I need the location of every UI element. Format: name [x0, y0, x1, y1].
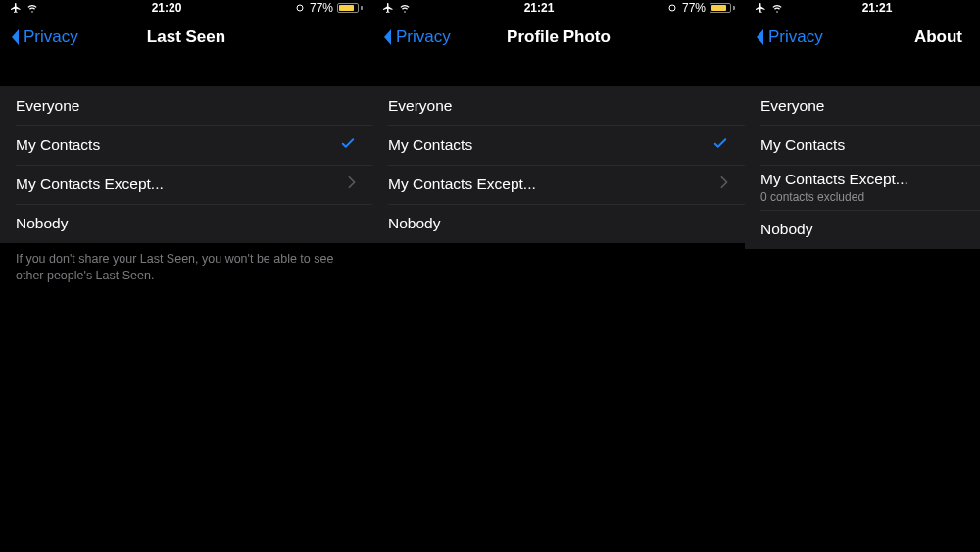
option-label: Nobody [388, 215, 729, 232]
page-title: Last Seen [147, 27, 225, 47]
option-everyone[interactable]: Everyone [745, 86, 980, 125]
option-everyone[interactable]: Everyone [372, 86, 745, 125]
option-subtitle: 0 contacts excluded [760, 190, 964, 204]
page-title: About [914, 27, 972, 47]
option-nobody[interactable]: Nobody [372, 204, 745, 243]
options-list: Everyone My Contacts My Contacts Except.… [745, 86, 980, 249]
pane-last-seen: WABETAINFO 21:20 77% Privacy Last [0, 0, 372, 552]
footer-note: If you don't share your Last Seen, you w… [0, 243, 353, 284]
chevron-left-icon [8, 27, 22, 47]
battery-pct: 77% [310, 1, 333, 15]
option-my-contacts[interactable]: My Contacts [372, 125, 745, 165]
checkmark-icon [339, 134, 357, 156]
nav-bar: Privacy Profile Photo [372, 16, 745, 59]
back-button[interactable]: Privacy [8, 27, 78, 47]
option-label: My Contacts Except... [388, 176, 719, 193]
option-nobody[interactable]: Nobody [0, 204, 372, 243]
status-bar: 21:21 77% [372, 0, 745, 16]
airplane-icon [382, 2, 394, 14]
back-button[interactable]: Privacy [753, 27, 823, 47]
status-bar: 21:20 77% [0, 0, 372, 16]
orientation-lock-icon [666, 2, 678, 14]
checkmark-icon [711, 134, 729, 156]
option-label: My Contacts [388, 136, 711, 154]
option-label: My Contacts Except... [760, 171, 964, 188]
option-my-contacts[interactable]: My Contacts [745, 125, 980, 165]
page-title: Profile Photo [507, 27, 611, 47]
chevron-right-icon [347, 176, 357, 193]
svg-point-1 [669, 5, 675, 11]
chevron-right-icon [719, 176, 729, 193]
back-label: Privacy [396, 27, 451, 47]
option-label: My Contacts [760, 136, 964, 154]
option-label: Nobody [16, 215, 357, 232]
back-label: Privacy [768, 27, 823, 47]
status-left [755, 2, 784, 14]
status-left [10, 2, 39, 14]
orientation-lock-icon [294, 2, 306, 14]
option-my-contacts-except[interactable]: My Contacts Except... [0, 165, 372, 204]
options-list: Everyone My Contacts My Contacts Except.… [0, 86, 372, 243]
status-right: 77% [666, 1, 735, 15]
options-list: Everyone My Contacts My Contacts Except.… [372, 86, 745, 243]
airplane-icon [755, 2, 766, 14]
status-time: 21:20 [152, 1, 182, 15]
status-time: 21:21 [862, 1, 893, 15]
pane-about: 21:21 Privacy About Everyone My Contacts… [745, 0, 980, 552]
option-label: Everyone [16, 97, 357, 115]
nav-bar: Privacy Last Seen [0, 16, 372, 59]
option-label: Everyone [388, 97, 729, 115]
back-label: Privacy [24, 27, 78, 47]
chevron-left-icon [753, 27, 766, 47]
battery-pct: 77% [682, 1, 706, 15]
wifi-icon [25, 2, 39, 14]
option-my-contacts[interactable]: My Contacts [0, 125, 372, 165]
pane-profile-photo: WABETAINFO 21:21 77% Privacy Prof [372, 0, 745, 552]
option-my-contacts-except[interactable]: My Contacts Except... 0 contacts exclude… [745, 165, 980, 210]
wifi-icon [770, 2, 784, 14]
airplane-icon [10, 2, 22, 14]
status-right: 77% [294, 1, 363, 15]
status-left [382, 2, 412, 14]
battery-icon [337, 3, 363, 13]
back-button[interactable]: Privacy [380, 27, 451, 47]
option-label: Everyone [760, 97, 964, 115]
status-bar: 21:21 [745, 0, 980, 16]
wifi-icon [398, 2, 412, 14]
nav-bar: Privacy About [745, 16, 980, 59]
chevron-left-icon [380, 27, 394, 47]
option-label: Nobody [760, 221, 964, 238]
status-time: 21:21 [524, 1, 555, 15]
option-label: My Contacts [16, 136, 339, 154]
option-nobody[interactable]: Nobody [745, 210, 980, 249]
battery-icon [710, 3, 735, 13]
option-label: My Contacts Except... [16, 176, 347, 193]
option-my-contacts-except[interactable]: My Contacts Except... [372, 165, 745, 204]
svg-point-0 [297, 5, 303, 11]
option-everyone[interactable]: Everyone [0, 86, 372, 125]
